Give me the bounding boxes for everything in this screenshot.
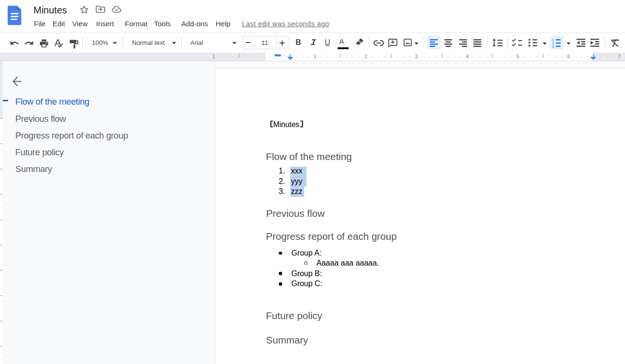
svg-text:3: 3 bbox=[415, 54, 418, 59]
svg-text:6: 6 bbox=[567, 54, 570, 59]
svg-text:7: 7 bbox=[618, 54, 621, 59]
svg-text:5: 5 bbox=[516, 54, 519, 59]
svg-text:1: 1 bbox=[314, 54, 317, 59]
svg-text:2: 2 bbox=[364, 54, 367, 59]
svg-text:4: 4 bbox=[466, 54, 469, 59]
svg-text:1: 1 bbox=[212, 54, 215, 59]
